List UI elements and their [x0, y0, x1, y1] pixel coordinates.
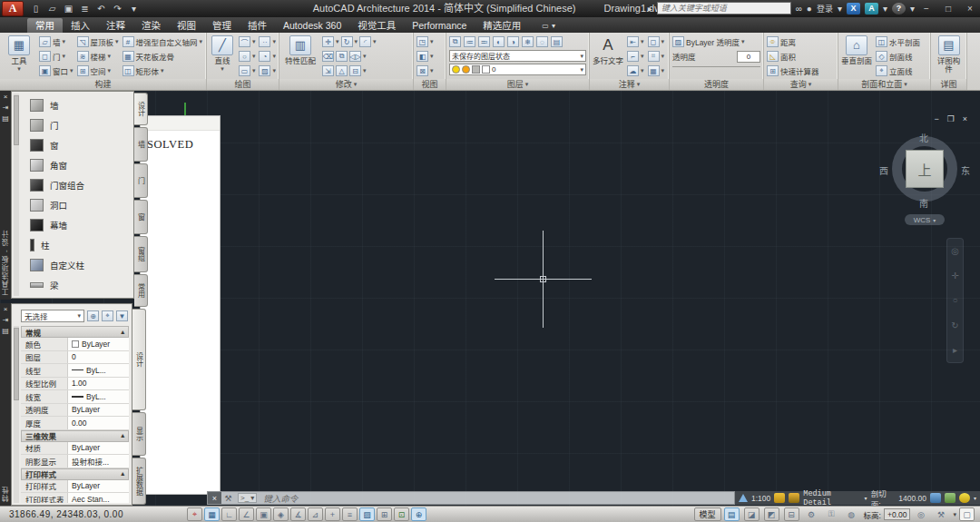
bulb-icon[interactable]: [959, 493, 970, 503]
prop-row-transparency[interactable]: 透明度ByLayer: [21, 404, 129, 418]
viewcube-north[interactable]: 北: [919, 131, 928, 144]
tab-view[interactable]: 视图: [169, 18, 204, 33]
autodesk360-caret-icon[interactable]: ▾: [883, 2, 887, 15]
viewcube[interactable]: 北 南 西 东 上: [890, 134, 959, 203]
quick-select-button[interactable]: ▼: [116, 310, 128, 321]
navwheel-icon[interactable]: ◎: [951, 246, 959, 256]
tab-manage[interactable]: 管理: [204, 18, 240, 33]
viewcube-east[interactable]: 东: [961, 163, 970, 177]
wall-button[interactable]: ▱墙▾: [39, 34, 74, 49]
tool-door[interactable]: 门: [23, 115, 132, 135]
distance-button[interactable]: ⌯距离: [767, 34, 819, 49]
multiline-text-button[interactable]: A 多行文字: [593, 34, 623, 78]
layer-unisolate-icon[interactable]: ◑: [507, 36, 519, 47]
display-configuration-dropdown[interactable]: Medium Detail: [803, 489, 860, 507]
annotation-visibility-icon[interactable]: [774, 493, 785, 503]
dimension-icon[interactable]: ⇤: [627, 36, 639, 47]
help-icon[interactable]: ?: [892, 3, 906, 15]
tool-palette-scrollbar[interactable]: [14, 94, 19, 296]
pan-icon[interactable]: ✛: [951, 271, 958, 281]
layout2-icon[interactable]: ◪: [744, 507, 760, 521]
signin-button[interactable]: 登录: [817, 2, 833, 15]
lock-icon[interactable]: ⚿: [824, 507, 839, 521]
otrack-toggle[interactable]: ∡: [290, 507, 306, 521]
prop-row-shadow-display[interactable]: 阴影显示投射和接...: [21, 455, 129, 468]
hatch-button[interactable]: ▨▾: [259, 64, 276, 78]
new-icon[interactable]: ▯: [29, 2, 43, 15]
match-properties-button[interactable]: ▥ 特性匹配: [282, 34, 318, 78]
section-line-button[interactable]: ◇剖面线: [876, 49, 920, 64]
ribbon-minimize-button[interactable]: ▭ ▾: [542, 18, 555, 33]
point-button[interactable]: ··▾: [259, 34, 276, 49]
box-button[interactable]: ◫矩形体▾: [122, 64, 203, 78]
layout1-icon[interactable]: ▤: [724, 507, 740, 521]
layer-isolate-icon[interactable]: ◐: [493, 36, 505, 47]
views-icon[interactable]: ◳: [416, 36, 428, 47]
rectangle-button[interactable]: ▭▾: [239, 64, 256, 78]
selection-dropdown[interactable]: 无选择▾: [21, 310, 84, 322]
layer-dropdown[interactable]: 0 ▾: [449, 64, 586, 75]
move-icon[interactable]: ✛: [322, 36, 334, 47]
application-menu-button[interactable]: A: [2, 1, 24, 16]
autoscale-icon[interactable]: [789, 493, 799, 503]
tool-custom-column[interactable]: 自定义柱: [23, 255, 132, 275]
change-to-current-layer-icon[interactable]: ≔: [464, 36, 475, 47]
layer-key-icon[interactable]: [945, 493, 956, 503]
section-general[interactable]: 常规▴: [21, 326, 129, 338]
close-button[interactable]: ×: [964, 4, 976, 14]
section-plot-style[interactable]: 打印样式▴: [21, 468, 129, 480]
erase-icon[interactable]: ⌫: [322, 51, 334, 62]
enhanced-custom-grid-button[interactable]: #增强型自定义轴网▾: [122, 34, 203, 49]
viewcube-west[interactable]: 西: [879, 163, 888, 177]
tools-button[interactable]: ▦ 工具 ▾: [3, 34, 35, 78]
visual-style-icon[interactable]: ◧: [416, 51, 428, 62]
navigate-icon[interactable]: ⊠: [416, 65, 428, 76]
tool-wall[interactable]: 墙: [23, 95, 132, 115]
coordinates-display[interactable]: 31866.49, 24348.03, 0.00: [9, 509, 187, 519]
wcs-menu-button[interactable]: WCS▾: [905, 214, 945, 225]
layer-freeze-icon[interactable]: ❄: [522, 36, 534, 47]
elevation-line-button[interactable]: ⌖立面线: [876, 64, 920, 78]
tab-home[interactable]: 常用: [27, 18, 63, 33]
line-button[interactable]: ╱ 直线 ▾: [210, 34, 235, 78]
door-button[interactable]: ◻门▾: [39, 49, 74, 64]
osnap-toggle[interactable]: ▣: [256, 507, 271, 521]
quick-calculator-button[interactable]: ⊞快速计算器: [767, 64, 819, 78]
drawing-restore-button[interactable]: ❐: [947, 114, 955, 123]
properties-tab-design[interactable]: 设计: [132, 309, 146, 410]
palette-tab-doors[interactable]: 门: [134, 163, 148, 198]
copy-icon[interactable]: ⧉: [336, 51, 348, 62]
palette-tab-assemblies[interactable]: 窗组: [134, 236, 148, 272]
make-current-layer-icon[interactable]: ≕: [478, 36, 490, 47]
tool-corner-window[interactable]: 角窗: [23, 155, 132, 175]
tab-performance[interactable]: Performance: [404, 18, 475, 33]
ceiling-grid-button[interactable]: ▦天花板龙骨: [122, 49, 203, 64]
drawing-minimize-button[interactable]: −: [934, 114, 938, 123]
maximize-button[interactable]: □: [942, 4, 955, 14]
grid-toggle[interactable]: ▦: [204, 507, 220, 521]
transparency-slider[interactable]: [672, 66, 760, 69]
window-button[interactable]: ▣窗口▾: [39, 64, 74, 78]
tool-palette-autohide-icon[interactable]: ⇥: [3, 103, 9, 112]
zoom-icon[interactable]: ○: [952, 295, 957, 305]
navigation-bar[interactable]: ◎ ✛ ○ ↻ ▸: [946, 238, 964, 363]
tab-featured-apps[interactable]: 精选应用: [475, 18, 529, 33]
status-menu-caret-icon[interactable]: ▾: [953, 511, 956, 518]
prop-row-linetype[interactable]: 线型ByL...: [21, 364, 129, 378]
stretch-icon[interactable]: ⇲: [322, 65, 334, 76]
scale-icon[interactable]: △: [336, 65, 348, 76]
properties-tab-display[interactable]: 显示: [132, 412, 146, 456]
mirror-icon[interactable]: ◁▷: [349, 51, 361, 62]
tool-palette-close-icon[interactable]: ×: [4, 93, 8, 101]
tool-curtain-wall[interactable]: 幕墙: [23, 215, 132, 235]
ducs-toggle[interactable]: ⊿: [308, 507, 323, 521]
tool-door-window-assembly[interactable]: 门窗组合: [23, 175, 132, 195]
select-objects-button[interactable]: ⌖: [102, 310, 113, 321]
save-icon[interactable]: ▣: [62, 2, 75, 15]
toggle-pickadd-button[interactable]: ⊕: [87, 310, 99, 321]
tab-autodesk360[interactable]: Autodesk 360: [275, 18, 349, 33]
recent-commands-button[interactable]: >_ ▾: [238, 493, 257, 503]
prop-row-color[interactable]: 颜色ByLayer: [21, 338, 129, 351]
ortho-toggle[interactable]: ∟: [221, 507, 237, 521]
prop-row-material[interactable]: 材质ByLayer: [21, 442, 129, 456]
